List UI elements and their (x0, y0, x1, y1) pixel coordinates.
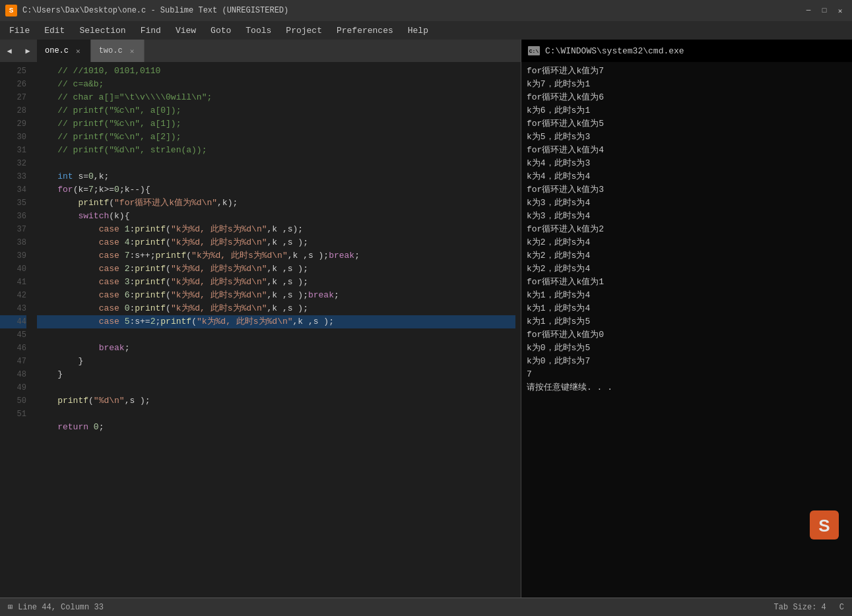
cmd-line: k为2，此时s为4 (527, 236, 847, 249)
status-bar-left: ⊞ Line 44, Column 33 (8, 602, 104, 612)
cmd-line: 7 (527, 368, 847, 381)
cmd-line: k为6，此时s为1 (527, 104, 847, 117)
svg-text:S: S (818, 516, 830, 536)
title-bar-left: S C:\Users\Dax\Desktop\one.c - Sublime T… (5, 5, 288, 16)
tab-bar: ◀ ▶ one.c ✕ two.c ✕ (0, 40, 521, 62)
code-content[interactable]: // //1010, 0101,0110 // c=a&b; // char a… (32, 62, 521, 598)
menu-find[interactable]: Find (134, 23, 168, 38)
cmd-line: k为7，此时s为1 (527, 78, 847, 91)
cmd-line: k为2，此时s为4 (527, 262, 847, 276)
tab-one-c[interactable]: one.c ✕ (37, 40, 91, 62)
cmd-output: for循环进入k值为7 k为7，此时s为1 for循环进入k值为6 k为6，此时… (521, 62, 852, 598)
menu-bar: File Edit Selection Find View Goto Tools… (0, 21, 852, 40)
status-bar: ⊞ Line 44, Column 33 Tab Size: 4 C (0, 598, 852, 616)
cmd-line: k为2，此时s为4 (527, 249, 847, 262)
menu-file[interactable]: File (3, 23, 36, 38)
cmd-line: for循环进入k值为5 (527, 117, 847, 131)
cmd-line: for循环进入k值为7 (527, 65, 847, 78)
menu-project[interactable]: Project (279, 23, 329, 38)
title-bar-controls: ─ □ ✕ (802, 4, 847, 17)
sublime-icon: S (5, 5, 17, 16)
cmd-line: for循环进入k值为2 (527, 223, 847, 236)
cmd-line: k为1，此时s为4 (527, 289, 847, 302)
code-area: 25 26 27 28 29 30 31 32 33 34 35 36 37 3… (0, 62, 521, 598)
close-button[interactable]: ✕ (834, 4, 847, 17)
tab-two-c[interactable]: two.c ✕ (91, 40, 145, 62)
cmd-line: k为3，此时s为4 (527, 210, 847, 223)
cmd-title: C:\WINDOWS\system32\cmd.exe (545, 46, 684, 56)
status-bar-right: Tab Size: 4 C (774, 603, 844, 612)
cmd-icon: C:\ (528, 46, 540, 55)
tab-one-c-label: one.c (45, 46, 69, 55)
cursor-position[interactable]: Line 44, Column 33 (18, 603, 104, 612)
cmd-line: k为5，此时s为3 (527, 131, 847, 144)
cmd-line: k为1，此时s为4 (527, 302, 847, 315)
status-icon: ⊞ (8, 602, 13, 612)
cmd-line: k为0，此时s为7 (527, 355, 847, 368)
cmd-titlebar: C:\ C:\WINDOWS\system32\cmd.exe (521, 40, 852, 62)
cmd-line: 请按任意键继续. . . (527, 381, 847, 394)
tab-two-c-close[interactable]: ✕ (128, 46, 137, 56)
language[interactable]: C (839, 603, 844, 612)
tab-nav-right[interactable]: ▶ (18, 40, 37, 62)
cmd-line: k为0，此时s为5 (527, 342, 847, 355)
cmd-line: for循环进入k值为1 (527, 276, 847, 289)
menu-preferences[interactable]: Preferences (330, 23, 400, 38)
cmd-line: for循环进入k值为0 (527, 328, 847, 342)
tab-nav-left[interactable]: ◀ (0, 40, 18, 62)
menu-selection[interactable]: Selection (73, 23, 132, 38)
menu-goto[interactable]: Goto (204, 23, 238, 38)
menu-edit[interactable]: Edit (38, 23, 71, 38)
cmd-line: for循环进入k值为3 (527, 183, 847, 197)
title-bar: S C:\Users\Dax\Desktop\one.c - Sublime T… (0, 0, 852, 21)
cmd-line: k为4，此时s为3 (527, 157, 847, 170)
window-title: C:\Users\Dax\Desktop\one.c - Sublime Tex… (22, 6, 288, 15)
cmd-line: for循环进入k值为4 (527, 144, 847, 157)
editor-pane: ◀ ▶ one.c ✕ two.c ✕ 25 26 27 28 29 30 31… (0, 40, 521, 598)
menu-help[interactable]: Help (401, 23, 435, 38)
cmd-container: for循环进入k值为7 k为7，此时s为1 for循环进入k值为6 k为6，此时… (521, 62, 852, 598)
sublime-watermark: S (810, 510, 839, 539)
cmd-line: k为4，此时s为4 (527, 170, 847, 183)
cmd-line: k为1，此时s为5 (527, 315, 847, 328)
line-numbers: 25 26 27 28 29 30 31 32 33 34 35 36 37 3… (0, 62, 32, 598)
cmd-line: k为3，此时s为4 (527, 197, 847, 210)
cmd-line: for循环进入k值为6 (527, 91, 847, 104)
restore-button[interactable]: □ (818, 4, 831, 17)
tab-size[interactable]: Tab Size: 4 (774, 603, 826, 612)
tab-two-c-label: two.c (99, 46, 123, 55)
menu-tools[interactable]: Tools (239, 23, 278, 38)
minimize-button[interactable]: ─ (802, 4, 815, 17)
menu-view[interactable]: View (169, 23, 203, 38)
cmd-pane: C:\ C:\WINDOWS\system32\cmd.exe for循环进入k… (521, 40, 852, 598)
main-layout: ◀ ▶ one.c ✕ two.c ✕ 25 26 27 28 29 30 31… (0, 40, 852, 598)
tab-one-c-close[interactable]: ✕ (74, 46, 82, 56)
